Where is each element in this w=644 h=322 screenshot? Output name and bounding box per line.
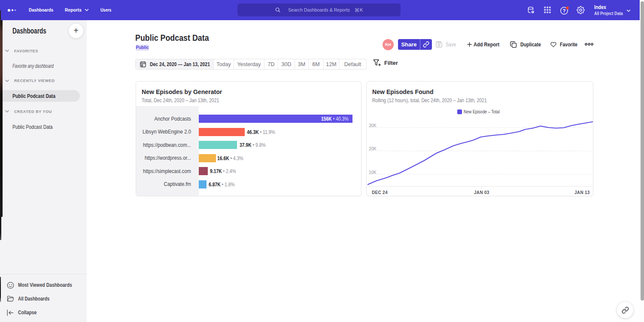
svg-text:?: ? — [563, 8, 566, 13]
